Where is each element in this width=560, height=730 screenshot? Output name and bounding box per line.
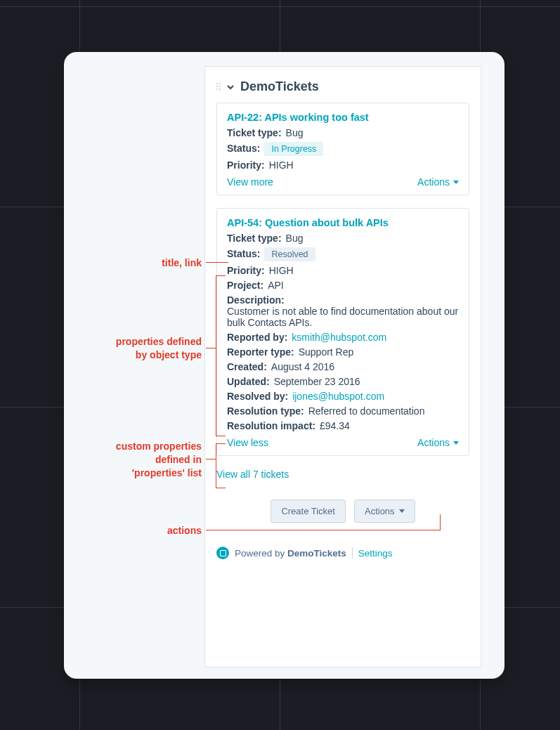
powered-by-text: Powered by DemoTickets	[235, 548, 346, 559]
status-badge: Resolved	[264, 247, 315, 261]
caret-down-icon	[453, 181, 459, 184]
powered-brand: DemoTickets	[287, 548, 346, 559]
annotation-actions: actions	[143, 524, 202, 537]
actions-label: Actions	[417, 176, 450, 188]
property-value: Bug	[286, 127, 304, 138]
panel-header[interactable]: ⠿ DemoTickets	[205, 67, 481, 103]
property-label: Status:	[227, 248, 260, 259]
grid-line	[0, 6, 560, 7]
property-label: Resolved by:	[227, 391, 288, 402]
property-value: HIGH	[269, 159, 294, 171]
property-label: Updated:	[227, 376, 270, 387]
property-row: Resolution type:Referred to documentatio…	[227, 405, 459, 417]
property-value: HIGH	[269, 265, 294, 276]
ticket-card: API-22: APIs working too fast Ticket typ…	[216, 103, 469, 195]
property-row: Status:In Progress	[227, 142, 459, 156]
actions-label: Actions	[417, 437, 450, 448]
property-label: Priority:	[227, 265, 265, 276]
property-row: Resolution impact:£94.34	[227, 420, 459, 431]
annotation-line	[206, 262, 228, 263]
property-row: Status:Resolved	[227, 247, 459, 261]
annotation-title-link: title, link	[89, 256, 202, 270]
settings-link[interactable]: Settings	[358, 548, 393, 559]
property-row: Updated:September 23 2016	[227, 376, 459, 387]
property-link[interactable]: ijones@hubspot.com	[292, 391, 384, 402]
ticket-actions-menu[interactable]: Actions	[417, 437, 459, 448]
property-label: Status:	[227, 143, 260, 154]
property-value: £94.34	[320, 420, 350, 431]
annotation-line	[206, 348, 216, 348]
create-ticket-button[interactable]: Create Ticket	[271, 500, 346, 523]
annotation-props-custom: custom properties defined in 'properties…	[89, 440, 202, 480]
property-value: Support Rep	[299, 346, 354, 358]
button-label: Create Ticket	[281, 506, 335, 516]
property-row: Reported by:ksmith@hubspot.com	[227, 332, 459, 343]
annotation-line	[216, 436, 226, 436]
property-row: Ticket type:Bug	[227, 233, 459, 244]
button-label: Actions	[365, 506, 395, 516]
drag-handle-icon[interactable]: ⠿	[215, 85, 221, 89]
property-row: Description:Customer is not able to find…	[227, 294, 459, 328]
property-value: Referred to documentation	[308, 405, 425, 417]
annotation-line	[216, 443, 216, 488]
property-value: Bug	[286, 233, 304, 244]
ticket-actions-menu[interactable]: Actions	[417, 176, 459, 188]
property-label: Priority:	[227, 159, 265, 171]
powered-prefix: Powered by	[235, 548, 287, 559]
annotation-line	[206, 530, 441, 530]
caret-down-icon	[399, 509, 405, 513]
ticket-card: API-54: Question about bulk APIs Ticket …	[216, 208, 469, 456]
property-label: Created:	[227, 361, 267, 372]
property-row: Ticket type:Bug	[227, 127, 459, 138]
property-row: Resolved by:ijones@hubspot.com	[227, 391, 459, 402]
caret-down-icon	[453, 441, 459, 445]
property-link[interactable]: ksmith@hubspot.com	[292, 332, 386, 343]
property-value: API	[268, 280, 284, 291]
annotation-line	[206, 459, 216, 459]
property-value: September 23 2016	[274, 376, 360, 387]
property-label: Ticket type:	[227, 233, 282, 244]
panel-actions-button[interactable]: Actions	[354, 500, 415, 523]
property-label: Description:	[227, 294, 285, 306]
property-row: Priority:HIGH	[227, 265, 459, 276]
ticket-title-link[interactable]: API-22: APIs working too fast	[227, 112, 459, 123]
divider	[352, 547, 353, 559]
app-card: ⠿ DemoTickets API-22: APIs working too f…	[64, 52, 504, 679]
property-row: Reporter type:Support Rep	[227, 346, 459, 358]
property-value: August 4 2016	[271, 361, 334, 372]
chevron-down-icon	[226, 83, 235, 91]
property-row: Priority:HIGH	[227, 159, 459, 171]
view-more-link[interactable]: View more	[227, 176, 273, 188]
property-label: Ticket type:	[227, 127, 282, 138]
annotation-line	[216, 275, 216, 436]
property-row: Created:August 4 2016	[227, 361, 459, 372]
annotation-line	[216, 488, 226, 488]
panel-title: DemoTickets	[240, 79, 319, 94]
annotation-line	[440, 514, 441, 530]
property-label: Reported by:	[227, 332, 287, 343]
status-badge: In Progress	[264, 142, 323, 156]
view-all-link[interactable]: View all 7 tickets	[216, 469, 469, 480]
property-label: Reporter type:	[227, 346, 294, 358]
ticket-title-link[interactable]: API-54: Question about bulk APIs	[227, 217, 459, 228]
property-row: Project:API	[227, 280, 459, 291]
property-label: Project:	[227, 280, 263, 291]
annotation-props-object: properties defined by object type	[89, 335, 202, 362]
property-label: Resolution type:	[227, 405, 304, 417]
property-label: Resolution impact:	[227, 420, 315, 431]
property-value: Customer is not able to find documentati…	[227, 306, 459, 328]
brand-icon	[216, 547, 229, 559]
annotation-line	[216, 275, 226, 276]
view-less-link[interactable]: View less	[227, 437, 268, 448]
annotation-line	[216, 443, 226, 444]
powered-by-row: Powered by DemoTickets Settings	[216, 547, 469, 559]
tickets-panel: ⠿ DemoTickets API-22: APIs working too f…	[204, 66, 481, 667]
